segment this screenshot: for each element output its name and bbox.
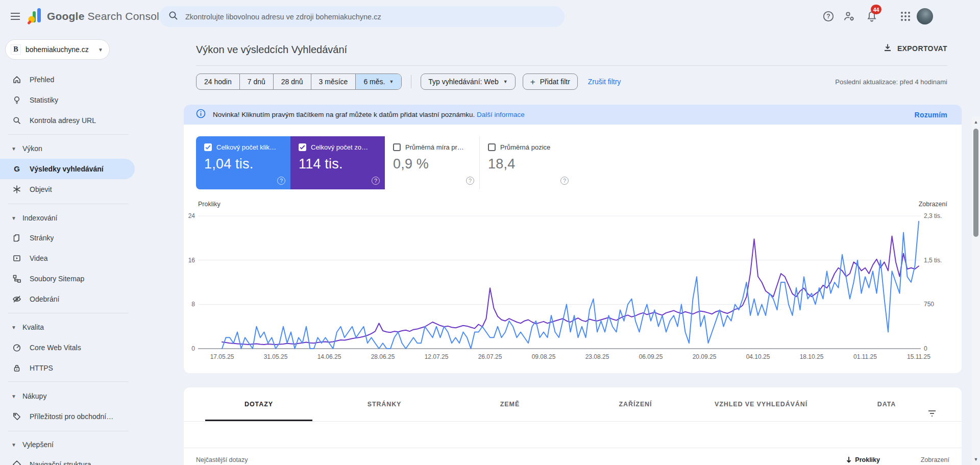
lock-icon: [12, 363, 21, 373]
sidebar-section-nakupy[interactable]: ▼Nákupy: [0, 386, 135, 406]
help-icon[interactable]: ?: [560, 177, 569, 185]
series-clicks-line: [222, 222, 919, 349]
range-option[interactable]: 7 dnů: [239, 74, 273, 89]
menu-icon[interactable]: [7, 8, 23, 25]
asterisk-icon: [12, 185, 21, 194]
sidebar-label: Stránky: [30, 234, 54, 242]
app-title: Google Search Console: [47, 10, 165, 22]
svg-text:1,5 tis.: 1,5 tis.: [924, 257, 942, 264]
svg-text:8: 8: [191, 301, 195, 308]
sidebar-item-statistiky[interactable]: Statistiky: [0, 90, 135, 110]
reset-filters-link[interactable]: Zrušit filtry: [588, 78, 621, 86]
impressions-header[interactable]: Zobrazení: [880, 456, 949, 463]
banner-dismiss-button[interactable]: Rozumím: [915, 111, 947, 119]
sidebar-item-sitemapy[interactable]: Soubory Sitemap: [0, 268, 135, 289]
sidebar-item-odebrani[interactable]: Odebrání: [0, 289, 135, 309]
search-type-button[interactable]: Typ vyhledávání: Web ▼: [421, 74, 515, 90]
sidebar-item-cwv[interactable]: Core Web Vitals: [0, 337, 135, 358]
svg-text:26.07.25: 26.07.25: [478, 353, 502, 360]
checkbox-checked-icon[interactable]: [204, 143, 212, 151]
scroll-up-arrow[interactable]: ▲: [973, 119, 978, 125]
help-icon[interactable]: ?: [372, 177, 380, 185]
sidebar-label: Indexování: [22, 214, 58, 222]
metric-card[interactable]: Průměrná pozice18,4?: [479, 136, 574, 189]
chevron-down-icon: ▼: [11, 394, 16, 399]
checkbox-unchecked-icon[interactable]: [488, 143, 496, 151]
filter-bar: 24 hodin7 dnů28 dnů3 měsíce6 měs.▼ Typ v…: [196, 74, 621, 90]
metric-label: Průměrná míra pr…: [405, 143, 464, 151]
svg-text:15.11.25: 15.11.25: [907, 353, 930, 360]
sidebar-item-https[interactable]: HTTPS: [0, 358, 135, 378]
scroll-down-arrow[interactable]: ▼: [973, 457, 978, 462]
sidebar-label: Kontrola adresy URL: [30, 116, 96, 125]
checkbox-checked-icon[interactable]: [299, 143, 306, 151]
svg-text:20.09.25: 20.09.25: [693, 353, 717, 360]
chevron-down-icon: ▼: [11, 325, 16, 330]
tab-vzhled-ve-vyhled-v-n-[interactable]: VZHLED VE VYHLEDÁVÁNÍ: [698, 387, 824, 421]
sidebar-item-stranky[interactable]: Stránky: [0, 228, 135, 248]
info-icon: [196, 109, 206, 120]
tab-zem-[interactable]: ZEMĚ: [447, 387, 573, 421]
metric-card[interactable]: Celkový počet klik…1,04 tis.?: [196, 136, 290, 189]
sidebar-divider: [8, 134, 129, 135]
sidebar-item-prehled[interactable]: Přehled: [0, 69, 135, 90]
svg-text:28.06.25: 28.06.25: [371, 353, 395, 360]
url-inspection-search-input[interactable]: Zkontrolujte libovolnou adresu ve zdroji…: [159, 6, 565, 27]
property-selector[interactable]: B bohemiakuchyne.cz ▼: [5, 39, 110, 60]
metric-cards: Celkový počet klik…1,04 tis.?Celkový poč…: [196, 136, 574, 189]
sidebar-section-vylepseni[interactable]: ▼Vylepšení: [0, 434, 135, 455]
avatar[interactable]: [917, 8, 933, 25]
metric-card[interactable]: Celkový počet zo…114 tis.?: [290, 136, 385, 189]
sidebar-label: Odebrání: [30, 295, 59, 303]
range-option[interactable]: 28 dnů: [273, 74, 311, 89]
divider: [196, 65, 947, 66]
sidebar-divider: [8, 431, 129, 431]
svg-text:0: 0: [191, 345, 195, 352]
metric-value: 0,9 %: [393, 156, 471, 172]
range-option[interactable]: 24 hodin: [197, 74, 239, 89]
sidebar-section-kvalita[interactable]: ▼Kvalita: [0, 317, 135, 337]
sort-by-clicks-header[interactable]: Prokliky: [846, 456, 880, 463]
metric-card[interactable]: Průměrná míra pr…0,9 %?: [385, 136, 479, 189]
checkbox-unchecked-icon[interactable]: [393, 143, 401, 151]
sidebar-label: Vylepšení: [22, 440, 54, 449]
table-filter-icon[interactable]: [927, 408, 937, 419]
help-icon[interactable]: ?: [822, 10, 835, 22]
search-icon: [168, 11, 178, 22]
sidebar-item-objevit[interactable]: Objevit: [0, 179, 135, 200]
sidebar-label: Nákupy: [22, 392, 46, 400]
vertical-scrollbar[interactable]: ▲ ▼: [972, 116, 980, 465]
sidebar-section-vykon[interactable]: ▼Výkon: [0, 138, 135, 159]
sidebar-divider: [8, 204, 129, 204]
sidebar-label: Soubory Sitemap: [30, 275, 84, 283]
help-icon[interactable]: ?: [277, 177, 285, 185]
range-option[interactable]: 6 měs.▼: [355, 74, 401, 89]
scrollbar-thumb[interactable]: [973, 129, 978, 237]
user-settings-icon[interactable]: [843, 10, 855, 22]
export-button[interactable]: EXPORTOVAT: [883, 43, 947, 54]
add-filter-button[interactable]: + Přidat filtr: [523, 74, 578, 90]
banner-text: Novinka! Kliknutím pravým tlačítkem na g…: [213, 111, 475, 118]
sidebar-item-navigacni-struktura[interactable]: Navigační struktura: [0, 454, 135, 465]
download-icon: [883, 43, 892, 54]
svg-text:0: 0: [924, 345, 927, 352]
tab-str-nky[interactable]: STRÁNKY: [322, 387, 447, 421]
banner-learn-more-link[interactable]: Další informace: [477, 111, 525, 118]
tag-icon: [12, 412, 21, 421]
google-apps-grid-icon[interactable]: [899, 10, 912, 22]
tab-za-zen-[interactable]: ZAŘÍZENÍ: [573, 387, 698, 421]
top-bar: Google Search Console Zkontrolujte libov…: [0, 0, 980, 33]
sidebar-section-indexovani[interactable]: ▼Indexování: [0, 208, 135, 228]
performance-panel: Novinka! Kliknutím pravým tlačítkem na g…: [184, 105, 962, 373]
tab-dotazy[interactable]: DOTAZY: [196, 387, 322, 421]
svg-text:24: 24: [188, 212, 195, 219]
range-option[interactable]: 3 měsíce: [311, 74, 356, 89]
performance-line-chart[interactable]: ProklikyZobrazení242,3 tis.161,5 tis.875…: [184, 195, 962, 373]
divider: [411, 75, 411, 88]
sidebar-item-videa[interactable]: Videa: [0, 248, 135, 268]
sidebar-item-vysledky-vyhledavani[interactable]: GVýsledky vyhledávání: [0, 159, 135, 179]
help-icon[interactable]: ?: [466, 177, 474, 185]
metric-value: 18,4: [488, 156, 566, 172]
sidebar-item-kontrola-url[interactable]: Kontrola adresy URL: [0, 110, 135, 131]
sidebar-item-prilezitosti[interactable]: Příležitosti pro obchodní…: [0, 406, 135, 427]
